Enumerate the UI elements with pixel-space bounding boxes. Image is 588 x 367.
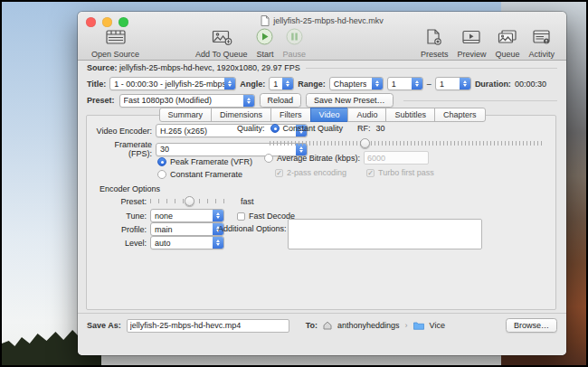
stepper-arrows-icon	[282, 78, 293, 89]
radio-unselected-icon	[157, 170, 166, 179]
toolbar: Open Source Add To Queue	[87, 28, 559, 59]
additional-options-input[interactable]	[288, 219, 482, 249]
save-row: Save As: To: anthonyheddings › Vice Brow…	[87, 318, 557, 333]
quality-slider-thumb[interactable]	[360, 138, 370, 148]
tab-chapters[interactable]: Chapters	[434, 108, 486, 122]
divider	[306, 68, 557, 69]
range-type-select[interactable]: Chapters	[329, 77, 384, 90]
preview-button[interactable]: Preview	[457, 29, 486, 59]
browse-button[interactable]: Browse…	[506, 318, 557, 333]
stepper-arrows-icon	[412, 78, 422, 89]
level-row: Level: auto	[94, 236, 224, 249]
destination-folder[interactable]: Vice	[430, 321, 445, 330]
destination-user[interactable]: anthonyheddings	[337, 321, 400, 330]
framerate-label: Framerate (FPS):	[94, 140, 152, 158]
encoder-preset-slider[interactable]	[150, 196, 228, 206]
dropdown-arrows-icon	[372, 78, 383, 89]
tab-video[interactable]: Video	[310, 108, 349, 122]
save-as-input[interactable]	[127, 319, 289, 333]
rf-value: 30	[376, 124, 385, 133]
presets-label: Presets	[421, 50, 449, 59]
range-label: Range:	[298, 80, 326, 89]
constant-quality-label: Constant Quality	[283, 124, 344, 133]
average-bitrate-label: Average Bitrate (kbps):	[277, 154, 360, 163]
average-bitrate-input[interactable]: 6000	[364, 151, 429, 165]
preset-label: Preset:	[87, 96, 115, 105]
constant-framerate-label: Constant Framerate	[170, 170, 242, 179]
peak-framerate-option[interactable]: Peak Framerate (VFR)	[157, 157, 252, 166]
source-label: Source:	[87, 63, 118, 72]
two-pass-label: 2-pass encoding	[287, 168, 346, 177]
slider-ticks	[270, 141, 543, 146]
to-label: To:	[306, 321, 318, 330]
radio-selected-icon	[270, 124, 280, 133]
range-dash: –	[427, 80, 432, 89]
queue-button[interactable]: Queue	[495, 29, 519, 59]
average-bitrate-option[interactable]: Average Bitrate (kbps): 6000	[264, 151, 429, 165]
encoder-preset-label: Preset:	[94, 197, 147, 206]
encoder-options-title: Encoder Options	[100, 184, 160, 193]
encoder-preset-slider-thumb[interactable]	[185, 196, 194, 206]
folder-icon	[413, 321, 424, 330]
start-button[interactable]: Start	[256, 28, 273, 59]
title-select[interactable]: 1 - 00:00:30 - jellyfish-25-mbps-hd-hevc	[109, 77, 236, 90]
profile-select[interactable]: main	[150, 222, 224, 236]
window-chrome: jellyfish-25-mbps-hd-hevc.mkv Open Sourc…	[78, 12, 566, 61]
turbo-first-pass-label: Turbo first pass	[378, 168, 434, 177]
desktop: jellyfish-25-mbps-hd-hevc.mkv Open Sourc…	[0, 0, 588, 367]
add-to-queue-button[interactable]: Add To Queue	[195, 30, 247, 59]
add-to-queue-label: Add To Queue	[195, 50, 247, 59]
open-source-icon	[105, 30, 127, 49]
dropdown-arrows-icon	[243, 95, 254, 107]
document-icon	[261, 15, 270, 26]
chevron-icon: ›	[405, 321, 408, 330]
constant-framerate-option[interactable]: Constant Framerate	[157, 170, 242, 179]
preset-select[interactable]: Fast 1080p30 (Modified)	[119, 94, 255, 108]
tab-dimensions[interactable]: Dimensions	[211, 108, 271, 122]
save-new-preset-button[interactable]: Save New Preset…	[306, 93, 394, 108]
preview-icon	[461, 29, 481, 49]
start-icon	[256, 28, 273, 49]
level-select[interactable]: auto	[150, 236, 224, 249]
preview-label: Preview	[457, 50, 486, 59]
pause-button[interactable]: Pause	[282, 28, 306, 59]
fast-decode-option[interactable]: Fast Decode	[237, 212, 295, 221]
divider	[403, 100, 557, 101]
title-label: Title:	[87, 80, 106, 89]
constant-quality-option[interactable]: Constant Quality	[270, 124, 344, 133]
activity-button[interactable]: Activity	[528, 29, 555, 59]
checkbox-checked-icon[interactable]: ✓	[275, 169, 283, 177]
presets-button[interactable]: Presets	[421, 29, 449, 59]
bitrate-suboptions-row: ✓ 2-pass encoding ✓ Turbo first pass	[275, 168, 434, 177]
preset-row: Preset: Fast 1080p30 (Modified) Reload S…	[87, 93, 557, 108]
dropdown-arrows-icon	[213, 237, 223, 249]
window-title: jellyfish-25-mbps-hd-hevc.mkv	[78, 15, 566, 26]
toolbar-right: Presets Preview	[416, 29, 559, 59]
range-start-stepper[interactable]: 1	[387, 77, 423, 90]
tab-filters[interactable]: Filters	[270, 108, 311, 122]
tab-bar: Summary Dimensions Filters Video Audio S…	[78, 108, 566, 122]
duration-value: 00:00:30	[515, 80, 546, 89]
angle-stepper[interactable]: 1	[269, 77, 294, 90]
start-label: Start	[256, 50, 273, 59]
quality-label: Quality:	[237, 124, 265, 133]
reload-button[interactable]: Reload	[260, 93, 302, 108]
angle-label: Angle:	[240, 80, 265, 89]
tune-label: Tune:	[94, 212, 147, 221]
bottom-separator	[78, 313, 566, 314]
encoder-preset-row: Preset: fast	[94, 196, 254, 206]
range-end-stepper[interactable]: 1	[435, 77, 471, 90]
quality-slider[interactable]	[270, 138, 543, 148]
tab-summary[interactable]: Summary	[159, 108, 213, 122]
open-source-button[interactable]: Open Source	[91, 30, 139, 59]
duration-label: Duration:	[475, 80, 511, 89]
tab-subtitles[interactable]: Subtitles	[385, 108, 435, 122]
encoder-preset-value: fast	[241, 197, 254, 206]
queue-label: Queue	[495, 50, 519, 59]
tune-select[interactable]: none	[150, 209, 224, 222]
open-source-label: Open Source	[91, 50, 139, 59]
tab-audio[interactable]: Audio	[347, 108, 386, 122]
peak-framerate-label: Peak Framerate (VFR)	[170, 157, 252, 166]
checkbox-checked-icon[interactable]: ✓	[366, 169, 375, 177]
pause-label: Pause	[282, 50, 306, 59]
